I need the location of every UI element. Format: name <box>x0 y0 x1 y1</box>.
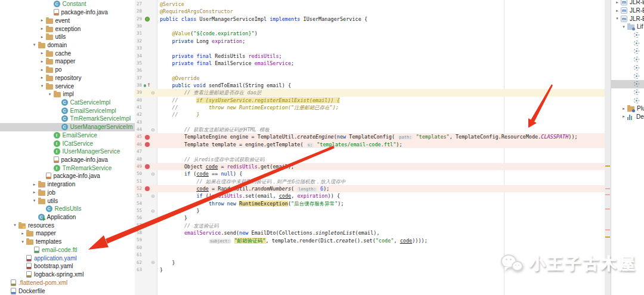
code-line-53[interactable]: 53⊖if (!redisUtils.set(email, code, expi… <box>135 192 605 199</box>
tree-item-job[interactable]: ▸job <box>0 189 135 197</box>
code-line-37[interactable]: 37@Override <box>135 75 605 82</box>
tree-item-tmremarkservice[interactable]: ITmRemarkService <box>0 164 135 172</box>
tree-item-resources[interactable]: ▾resources <box>0 221 135 229</box>
tree-item-iusermanagerservice[interactable]: IIUserManagerService <box>0 148 135 156</box>
chevron-collapsed-icon[interactable]: ▸ <box>39 59 46 64</box>
tree-item-exception[interactable]: ▸exception <box>0 24 135 33</box>
gutter-line-45[interactable]: 45 <box>135 133 157 140</box>
tree-item-catserviceimpl[interactable]: CCatServiceImpl <box>0 99 135 107</box>
tree-item-templates[interactable]: ▾templates <box>0 238 135 246</box>
fold-marker-icon[interactable]: ⊖ <box>151 193 156 199</box>
code-line-61[interactable]: 61 <box>135 251 605 259</box>
code-line-57[interactable]: 57// 发送验证码 <box>135 222 605 229</box>
breakpoint-icon[interactable] <box>145 135 150 140</box>
spring-bean-icon[interactable] <box>145 17 150 21</box>
tree-item-package-info-java[interactable]: package-info.java <box>0 156 135 164</box>
code-line-45[interactable]: 45TemplateEngine engine = TemplateUtil.c… <box>135 133 605 140</box>
code-line-58[interactable]: 58emailService.send(new EmailDto(Collect… <box>135 229 605 236</box>
code-line-28[interactable]: 28@RequiredArgsConstructor <box>135 8 605 15</box>
maven-goal-6[interactable] <box>611 47 644 56</box>
tree-item-impl[interactable]: ▾impl <box>0 90 135 99</box>
code-line-55[interactable]: 55⊖} <box>135 207 605 214</box>
code-line-60[interactable]: 60 <box>135 244 605 251</box>
gutter-line-37[interactable]: 37 <box>135 75 157 82</box>
tree-item-bootstrap-yaml[interactable]: bootstrap.yaml <box>0 262 135 271</box>
code-line-48[interactable]: 48// 从redis缓存中尝试获取验证码 <box>135 156 605 163</box>
gutter-line-42[interactable]: 42 <box>135 111 157 118</box>
code-line-46[interactable]: 46Template template = engine.getTemplate… <box>135 141 605 148</box>
maven-goal-7[interactable] <box>611 56 644 64</box>
tree-item-utils[interactable]: ▸utils <box>0 33 135 41</box>
tree-item-cache[interactable]: ▸cache <box>0 49 135 57</box>
gutter-line-62[interactable]: 62⊖ <box>135 259 157 266</box>
code-line-32[interactable]: 32private Long expiration; <box>135 38 605 45</box>
chevron-expanded-icon[interactable]: ▾ <box>31 198 38 203</box>
implements-method-icon[interactable] <box>144 84 146 87</box>
gutter-line-47[interactable]: 47 <box>135 148 157 155</box>
gutter-line-60[interactable]: 60 <box>135 244 157 251</box>
scrollbar-mark[interactable] <box>605 188 610 189</box>
gutter-line-30[interactable]: 30 <box>135 23 157 30</box>
scrollbar-mark[interactable] <box>605 229 610 231</box>
code-editor[interactable]: 27@Service28@RequiredArgsConstructor29pu… <box>135 0 605 295</box>
tree-item-integration[interactable]: ▸integration <box>0 180 135 189</box>
chevron-expanded-icon[interactable]: ▾ <box>620 24 627 29</box>
gutter-line-31[interactable]: 31 <box>135 30 157 37</box>
gutter-line-43[interactable]: 43 <box>135 119 157 126</box>
scrollbar-mark[interactable] <box>605 208 610 210</box>
gutter-line-48[interactable]: 48 <box>135 156 157 163</box>
tree-item-flattened-pom-xml[interactable]: .flattened-pom.xml <box>0 278 135 287</box>
chevron-collapsed-icon[interactable]: ▸ <box>39 35 46 39</box>
code-line-59[interactable]: 59subject: "邮箱验证码", template.render(Dict… <box>135 237 605 244</box>
code-line-63[interactable]: 63} <box>135 266 605 274</box>
maven-goal-5[interactable] <box>611 39 644 47</box>
code-line-52[interactable]: 52code = RandomUtil.randomNumbers( lengt… <box>135 185 605 192</box>
tree-item-application-yaml[interactable]: application.yaml <box>0 254 135 262</box>
breakpoint-icon[interactable] <box>145 186 150 191</box>
chevron-collapsed-icon[interactable]: ▸ <box>614 8 621 13</box>
maven-item-de-14[interactable]: ▸De <box>611 113 644 121</box>
tree-item-service[interactable]: ▾service <box>0 82 135 90</box>
tree-item-domain[interactable]: ▾domain <box>0 41 135 50</box>
tree-item-usermanagerserviceim[interactable]: CUserManagerServiceIm <box>0 123 135 131</box>
code-line-31[interactable]: 31@Value("${code.expiration}") <box>135 30 605 37</box>
tree-item-icatservice[interactable]: IICatService <box>0 139 135 148</box>
gutter-line-51[interactable]: 51 <box>135 178 157 185</box>
tree-item-package-info-java[interactable]: package-info.java <box>0 8 135 17</box>
gutter-line-33[interactable]: 33 <box>135 45 157 52</box>
tree-item-utils[interactable]: ▾utils <box>0 196 135 205</box>
code-line-42[interactable]: 42// } <box>135 111 605 118</box>
tree-item-mapper[interactable]: ▸mapper <box>0 229 135 238</box>
code-line-38[interactable]: 38↑public void sendToEmail(String email)… <box>135 82 605 89</box>
gutter-line-36[interactable]: 36 <box>135 67 157 74</box>
tree-item-po[interactable]: ▸po <box>0 66 135 74</box>
gutter-line-39[interactable]: 39⊖ <box>135 89 157 96</box>
chevron-collapsed-icon[interactable]: ▸ <box>614 0 621 5</box>
chevron-expanded-icon[interactable]: ▾ <box>11 223 18 228</box>
code-line-62[interactable]: 62⊖} <box>135 259 605 266</box>
code-line-50[interactable]: 50⊖if (code == null) { <box>135 170 605 177</box>
fold-marker-icon[interactable]: ⊖ <box>151 171 156 177</box>
gutter-line-29[interactable]: 29 <box>135 16 157 23</box>
tree-item-logback-spring-xml[interactable]: logback-spring.xml <box>0 271 135 279</box>
code-line-36[interactable]: 36 <box>135 67 605 74</box>
maven-item-lif-3[interactable]: ▾Lif <box>611 23 644 31</box>
chevron-expanded-icon[interactable]: ▾ <box>39 84 46 88</box>
fold-marker-icon[interactable]: ⊖ <box>151 127 156 133</box>
gutter-line-35[interactable]: 35 <box>135 60 157 67</box>
code-line-33[interactable]: 33 <box>135 45 605 52</box>
gutter-line-38[interactable]: 38↑ <box>135 82 157 89</box>
code-line-51[interactable]: 51// 如果在缓存中未获取到验证码，则产生6位随机数，放入缓存中 <box>135 178 605 185</box>
tree-item-event[interactable]: ▸event <box>0 16 135 24</box>
gutter-line-27[interactable]: 27 <box>135 1 157 8</box>
gutter-line-56[interactable]: 56 <box>135 214 157 222</box>
tree-item-emailservice[interactable]: IEmailService <box>0 131 135 140</box>
code-line-35[interactable]: 35private final EmailService emailServic… <box>135 60 605 67</box>
chevron-collapsed-icon[interactable]: ▸ <box>39 51 46 56</box>
maven-goal-11[interactable] <box>611 88 644 97</box>
breakpoint-icon[interactable] <box>145 142 150 147</box>
tree-item-package-info-java[interactable]: package-info.java <box>0 172 135 180</box>
maven-item-jlr-e-1[interactable]: ▸mJLR-E <box>611 7 644 15</box>
code-line-43[interactable]: 43 <box>135 119 605 126</box>
gutter-line-53[interactable]: 53⊖ <box>135 192 157 199</box>
